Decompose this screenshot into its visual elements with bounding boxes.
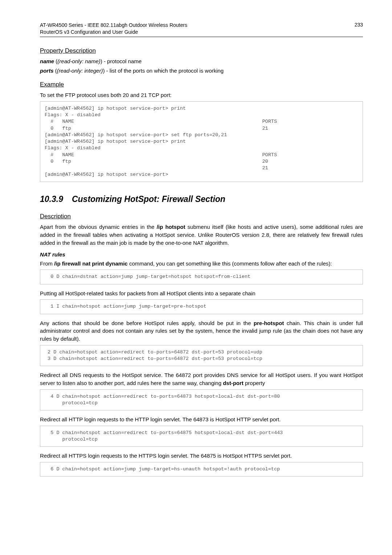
example-code-block: [admin@AT-WR4562] ip hotspot service-por… xyxy=(40,101,363,182)
propdesc-line-name: name ((read-only: name)) - protocol name xyxy=(40,57,363,65)
nat-text-1: Putting all HotSpot-related tasks for pa… xyxy=(40,289,363,297)
nat-code-2: 2 D chain=hotspot action=redirect to-por… xyxy=(40,345,363,366)
header-rule xyxy=(40,37,363,37)
nat-code-3: 4 D chain=hotspot action=redirect to-por… xyxy=(40,389,363,410)
section-number: 10.3.9 xyxy=(40,194,63,204)
section-title-text: Customizing HotSpot: Firewall Section xyxy=(72,194,225,204)
page-number: 233 xyxy=(355,22,363,28)
nat-text-4: Redirect all HTTP login requests to the … xyxy=(40,416,363,424)
property-description-heading: Property Description xyxy=(40,47,363,54)
nat-intro: From /ip firewall nat print dynamic comm… xyxy=(40,260,363,268)
propdesc-ports-paren: ((read-only: integer)) xyxy=(55,68,105,74)
description-heading: Description xyxy=(40,213,363,220)
nat-code-1: 1 I chain=hotspot action=jump jump-targe… xyxy=(40,299,363,314)
example-intro: To set the FTP protocol uses both 20 and… xyxy=(40,91,363,99)
propdesc-line-ports: ports ((read-only: integer)) - list of t… xyxy=(40,67,363,75)
nat-code-5: 6 D chain=hotspot action=jump jump-targe… xyxy=(40,462,363,477)
page-header: AT-WR4500 Series - IEEE 802.11abgh Outdo… xyxy=(40,22,363,36)
nat-code-0: 0 D chain=dstnat action=jump jump-target… xyxy=(40,270,363,284)
nat-rules-subhead: NAT rules xyxy=(40,251,363,258)
section-10-3-9-heading: 10.3.9Customizing HotSpot: Firewall Sect… xyxy=(40,194,363,204)
nat-text-2: Any actions that should be done before H… xyxy=(40,319,363,343)
header-title: AT-WR4500 Series - IEEE 802.11abgh Outdo… xyxy=(40,22,187,36)
nat-text-3: Redirect all DNS requests to the HotSpot… xyxy=(40,371,363,387)
header-title-line2: RouterOS v3 Configuration and User Guide xyxy=(40,29,138,35)
example-heading: Example xyxy=(40,81,363,88)
propdesc-name-paren: ((read-only: name)) xyxy=(56,58,102,64)
header-title-line1: AT-WR4500 Series - IEEE 802.11abgh Outdo… xyxy=(40,22,187,28)
nat-code-4: 5 D chain=hotspot action=redirect to-por… xyxy=(40,426,363,447)
nat-text-5: Redirect all HTTPS login requests to the… xyxy=(40,452,363,460)
description-paragraph: Apart from the obvious dynamic entries i… xyxy=(40,223,363,247)
